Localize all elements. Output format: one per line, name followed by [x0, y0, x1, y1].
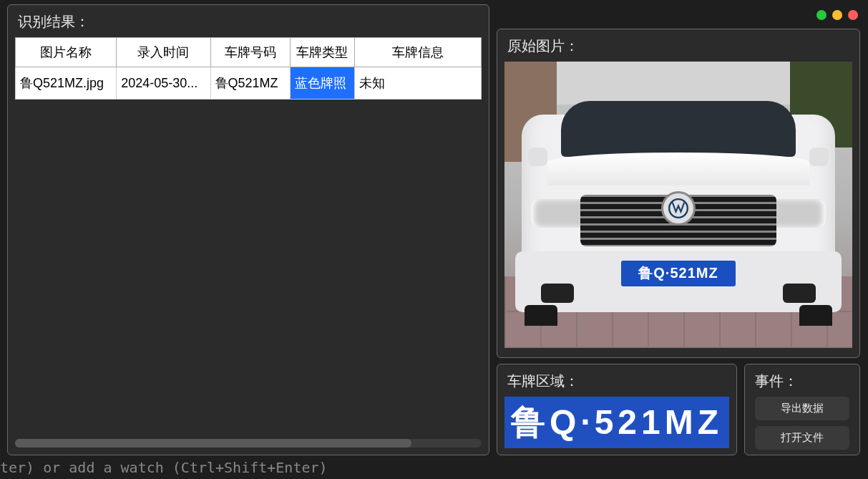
svg-point-0	[669, 200, 688, 218]
events-title: 事件：	[745, 364, 859, 397]
car-illustration: 鲁Q·521MZ	[515, 96, 842, 331]
cell-plate-info[interactable]: 未知	[355, 67, 482, 100]
traffic-light-red[interactable]	[848, 10, 858, 20]
original-image-panel: 原始图片： 鲁Q·521MZ	[497, 29, 860, 358]
vw-logo-icon	[663, 193, 693, 223]
plate-on-car: 鲁Q·521MZ	[621, 261, 736, 286]
results-title: 识别结果：	[8, 5, 489, 37]
vehicle-image: 鲁Q·521MZ	[504, 62, 852, 348]
horizontal-scrollbar[interactable]	[15, 439, 482, 447]
col-plate-number[interactable]: 车牌号码	[210, 38, 290, 67]
traffic-light-yellow[interactable]	[832, 10, 842, 20]
results-panel: 识别结果： 图片名称 录入时间 车牌号码 车牌类型 车牌信息 鲁Q521MZ.j…	[7, 4, 489, 455]
cell-plate-type[interactable]: 蓝色牌照	[290, 67, 355, 100]
plate-crop-image: 鲁Q·521MZ	[504, 397, 729, 448]
plate-region-panel: 车牌区域： 鲁Q·521MZ	[497, 364, 737, 455]
col-plate-info[interactable]: 车牌信息	[355, 38, 482, 67]
col-plate-type[interactable]: 车牌类型	[290, 38, 355, 67]
statusbar-hint: ter) or add a watch (Ctrl+Shift+Enter)	[0, 459, 328, 476]
cell-plate-number[interactable]: 鲁Q521MZ	[210, 67, 290, 100]
plate-title: 车牌区域：	[497, 364, 736, 397]
table-row[interactable]: 鲁Q521MZ.jpg 2024-05-30... 鲁Q521MZ 蓝色牌照 未…	[16, 67, 482, 100]
cell-input-time[interactable]: 2024-05-30...	[117, 67, 210, 100]
export-data-button[interactable]: 导出数据	[755, 397, 849, 420]
window-controls	[816, 10, 858, 20]
results-table-wrap[interactable]: 图片名称 录入时间 车牌号码 车牌类型 车牌信息 鲁Q521MZ.jpg 202…	[15, 37, 482, 447]
events-panel: 事件： 导出数据 打开文件	[744, 364, 860, 455]
open-file-button[interactable]: 打开文件	[755, 426, 849, 450]
image-title: 原始图片：	[497, 29, 859, 62]
table-header-row: 图片名称 录入时间 车牌号码 车牌类型 车牌信息	[16, 38, 482, 67]
col-image-name[interactable]: 图片名称	[16, 38, 117, 67]
results-table: 图片名称 录入时间 车牌号码 车牌类型 车牌信息 鲁Q521MZ.jpg 202…	[15, 37, 482, 100]
scrollbar-thumb[interactable]	[15, 439, 411, 447]
col-input-time[interactable]: 录入时间	[117, 38, 210, 67]
cell-image-name[interactable]: 鲁Q521MZ.jpg	[16, 67, 117, 100]
traffic-light-green[interactable]	[816, 10, 826, 20]
